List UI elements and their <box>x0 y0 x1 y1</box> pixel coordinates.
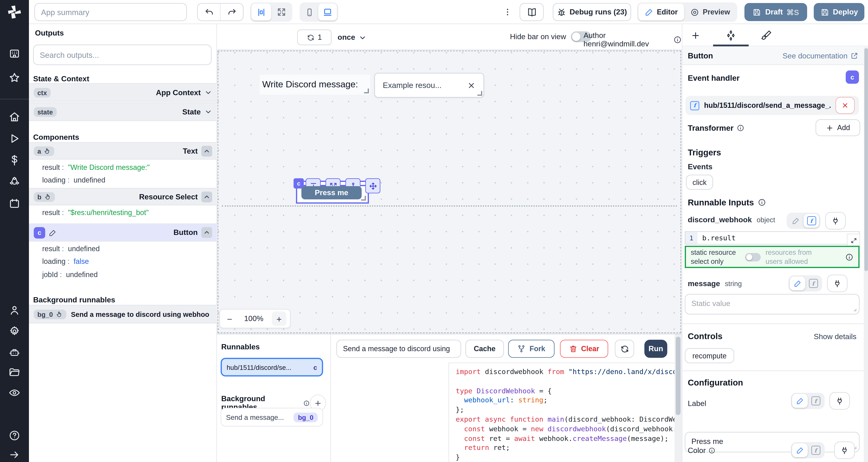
code-scrollbar[interactable] <box>675 334 682 462</box>
refresh-code-button[interactable] <box>615 340 634 358</box>
eval-function-icon[interactable] <box>808 443 824 457</box>
info-icon[interactable] <box>757 198 766 207</box>
expr-editor[interactable]: 1 b.result <box>685 231 860 244</box>
see-documentation-link[interactable]: See documentation <box>783 52 858 60</box>
event-handler-runnable[interactable]: hub/1511/discord/send_a_message_... <box>685 96 859 115</box>
mobile-view-icon[interactable] <box>301 4 318 21</box>
tab-editor[interactable]: Editor <box>638 4 684 21</box>
eval-function-icon[interactable] <box>804 214 819 228</box>
app-summary-input[interactable]: App summary <box>34 3 187 21</box>
output-row-state[interactable]: state State <box>29 102 217 121</box>
edit-pencil-icon[interactable] <box>49 229 57 236</box>
eval-function-icon[interactable] <box>808 394 824 408</box>
help-icon[interactable] <box>8 429 21 441</box>
audit-eye-icon[interactable] <box>8 387 21 399</box>
resize-handle[interactable] <box>477 91 482 96</box>
search-outputs-input[interactable]: Search outputs... <box>33 44 212 65</box>
runs-icon[interactable] <box>8 133 21 144</box>
collapse-chevron-up-button[interactable] <box>201 145 212 156</box>
workers-robot-icon[interactable] <box>8 346 21 358</box>
static-pencil-icon[interactable] <box>788 214 804 228</box>
clear-button[interactable]: Clear <box>560 340 608 358</box>
collapse-sidebar-arrow-icon[interactable] <box>8 449 21 461</box>
eval-function-icon[interactable] <box>805 276 821 290</box>
info-icon[interactable] <box>845 253 854 261</box>
more-menu-kebab-icon[interactable] <box>500 5 515 19</box>
windmill-logo-icon[interactable] <box>7 4 22 20</box>
docs-book-button[interactable] <box>520 3 544 21</box>
collapse-chevron-up-button[interactable] <box>201 191 212 202</box>
runnable-item-selected[interactable]: hub/1511/discord/se... c <box>221 358 323 376</box>
canvas-select-component[interactable]: Example resou... <box>374 73 484 98</box>
hide-bar-control: Hide bar on view <box>510 31 591 42</box>
connect-plug-icon[interactable] <box>834 441 855 459</box>
styling-brush-tab[interactable] <box>761 30 772 41</box>
connect-plug-icon[interactable] <box>830 392 850 409</box>
component-row-b[interactable]: b Resource Select <box>29 188 217 205</box>
info-icon[interactable] <box>673 36 682 44</box>
output-row-ctx[interactable]: ctx App Context <box>29 83 217 102</box>
resources-icon[interactable] <box>8 176 21 188</box>
settings-gear-icon[interactable] <box>8 325 21 337</box>
component-row-c[interactable]: c Button <box>29 224 217 241</box>
center-align-button[interactable] <box>251 4 271 21</box>
resize-handle[interactable] <box>361 196 366 201</box>
component-settings-tab[interactable] <box>725 30 737 41</box>
connect-plug-icon[interactable] <box>827 275 847 292</box>
favorites-star-icon[interactable] <box>8 72 21 84</box>
background-runnables-title: Background runnables <box>33 296 115 304</box>
redo-button[interactable] <box>220 4 243 21</box>
recompute-control[interactable]: recompute <box>685 348 734 363</box>
refresh-count-button[interactable]: 1 <box>297 30 332 45</box>
schedules-icon[interactable] <box>8 198 21 209</box>
zoom-out-button[interactable]: − <box>224 314 236 324</box>
event-chip-click[interactable]: click <box>686 175 713 190</box>
ctx-badge[interactable]: ctx <box>34 88 51 97</box>
undo-button[interactable] <box>198 4 220 21</box>
fork-button[interactable]: Fork <box>508 340 555 358</box>
tab-preview[interactable]: Preview <box>684 4 736 21</box>
message-static-value-textarea[interactable]: Static value <box>685 294 860 315</box>
expand-editor-button[interactable] <box>847 234 860 247</box>
folders-icon[interactable] <box>8 366 21 378</box>
remove-runnable-x-button[interactable] <box>835 97 855 114</box>
resize-handle[interactable] <box>364 89 369 93</box>
frequency-select[interactable]: once <box>338 30 367 45</box>
info-icon[interactable] <box>303 400 310 406</box>
resource-mode-toggle[interactable] <box>745 253 761 261</box>
static-pencil-icon[interactable] <box>789 276 805 290</box>
draft-button[interactable]: Draft ⌘S <box>744 3 807 21</box>
info-icon[interactable] <box>737 124 744 132</box>
right-panel-scrollbar[interactable] <box>864 47 868 462</box>
zoom-in-button[interactable]: + <box>272 311 286 326</box>
home-icon[interactable] <box>8 111 21 123</box>
workspace-icon[interactable] <box>8 47 21 60</box>
script-name-button[interactable]: Send a message to discord using <box>336 340 461 358</box>
variables-icon[interactable] <box>8 154 21 166</box>
deploy-button[interactable]: Deploy <box>814 3 864 21</box>
insert-component-plus-tab[interactable] <box>691 31 701 40</box>
desktop-view-icon[interactable] <box>318 4 337 21</box>
collapse-chevron-up-button[interactable] <box>201 227 212 238</box>
info-icon[interactable] <box>708 447 715 454</box>
static-pencil-icon[interactable] <box>792 443 808 457</box>
add-transformer-button[interactable]: Add <box>815 119 860 136</box>
run-button[interactable]: Run <box>644 340 667 358</box>
static-pencil-icon[interactable] <box>792 394 808 408</box>
user-icon[interactable] <box>8 304 21 316</box>
show-details-link[interactable]: Show details <box>814 332 857 341</box>
state-badge[interactable]: state <box>34 107 57 117</box>
app-canvas[interactable]: Write Discord message: Example resou... … <box>217 50 682 334</box>
cache-button[interactable]: Cache <box>465 340 504 358</box>
canvas-text-component[interactable]: Write Discord message: <box>260 75 370 95</box>
fullscreen-expand-button[interactable] <box>271 4 291 21</box>
clear-x-icon[interactable] <box>467 81 475 90</box>
background-runnable-row[interactable]: bg_0 Send a message to discord using web… <box>29 305 217 324</box>
canvas-button-component[interactable]: Press me <box>301 186 362 199</box>
background-runnable-item[interactable]: Send a message... bg_0 <box>221 408 323 426</box>
move-icon[interactable] <box>365 178 380 193</box>
debug-runs-button[interactable]: Debug runs (23) <box>553 3 631 21</box>
connect-plug-icon[interactable] <box>825 212 846 230</box>
input-message-label: message string <box>688 279 742 288</box>
component-row-a[interactable]: a Text <box>29 142 217 160</box>
